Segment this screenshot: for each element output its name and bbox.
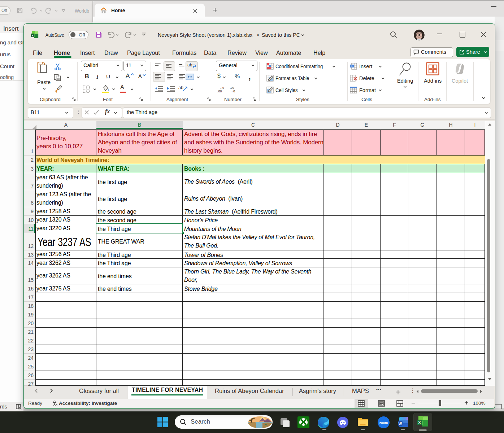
svg-text:X: X — [418, 420, 421, 425]
svg-text:zoom: zoom — [379, 421, 388, 425]
svg-text:.00: .00 — [217, 89, 222, 93]
svg-text:x: x — [32, 34, 34, 37]
svg-text:W: W — [399, 422, 402, 426]
svg-text:→0: →0 — [230, 89, 235, 93]
